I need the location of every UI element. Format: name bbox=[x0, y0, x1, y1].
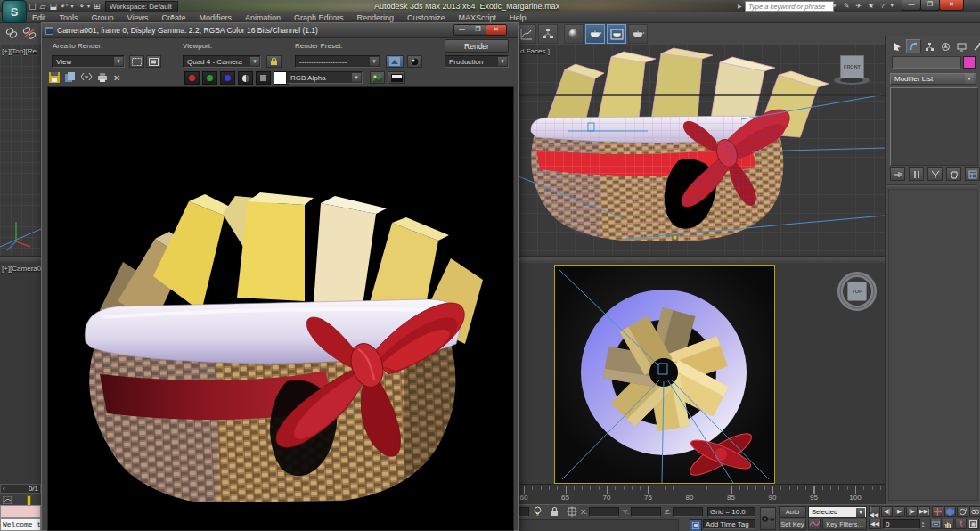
material-editor-button[interactable] bbox=[564, 24, 584, 44]
render-preset-dropdown[interactable]: --------------------▼ bbox=[295, 55, 380, 68]
selection-lock-icon[interactable] bbox=[550, 506, 559, 519]
blue-channel-button[interactable] bbox=[220, 71, 235, 85]
add-time-tag[interactable]: Add Time Tag bbox=[703, 519, 755, 529]
application-menu-button[interactable]: S bbox=[2, 0, 27, 23]
menu-tools[interactable]: Tools bbox=[60, 13, 78, 22]
show-end-result-button[interactable] bbox=[909, 167, 924, 181]
timeline-ruler[interactable]: 6065707580859095100 bbox=[519, 484, 885, 505]
selection-set-arrow-icon[interactable]: ▾ bbox=[856, 508, 865, 517]
new-scene-icon[interactable]: ▢ bbox=[29, 1, 37, 12]
viewport-dropdown[interactable]: Quad 4 - Camera▼ bbox=[183, 55, 261, 68]
pan-view-icon[interactable] bbox=[943, 519, 954, 529]
tab-motion[interactable] bbox=[938, 39, 953, 53]
undo-dropdown-icon[interactable]: ▾ bbox=[71, 1, 74, 12]
undo-icon[interactable]: ↶ bbox=[61, 1, 68, 12]
maximize-viewport-toggle-icon[interactable] bbox=[968, 519, 979, 529]
keyboard-shortcut-override-icon[interactable] bbox=[930, 519, 942, 529]
object-name-field[interactable] bbox=[892, 56, 961, 69]
menu-modifiers[interactable]: Modifiers bbox=[199, 13, 232, 22]
redo-icon[interactable]: ↷ bbox=[78, 1, 85, 12]
menu-rendering[interactable]: Rendering bbox=[357, 13, 395, 22]
tab-modify[interactable] bbox=[906, 39, 921, 53]
workspace-dropdown[interactable]: Workspace: Default ▾ bbox=[105, 1, 178, 12]
toggle-ui-button[interactable] bbox=[388, 71, 405, 84]
modifier-list-arrow-icon[interactable]: ▾ bbox=[965, 74, 974, 84]
viewport-top-left[interactable]: [+][Top][Re bbox=[0, 45, 41, 256]
subscription-icon[interactable]: ✎ bbox=[844, 2, 850, 10]
help-icon[interactable]: ? bbox=[880, 2, 884, 10]
auto-key-button[interactable]: Auto Key bbox=[779, 506, 806, 518]
render-setup-button[interactable] bbox=[585, 24, 605, 44]
auto-region-button[interactable] bbox=[146, 55, 161, 68]
green-channel-button[interactable] bbox=[202, 71, 217, 85]
viewport-camera-label[interactable]: [+][Camera00 bbox=[2, 265, 45, 273]
modifier-stack[interactable] bbox=[890, 87, 978, 166]
mode-dropdown-arrow-icon[interactable]: ▼ bbox=[498, 57, 507, 66]
macro-recorder-field[interactable] bbox=[0, 505, 41, 518]
rendered-image[interactable] bbox=[47, 86, 514, 531]
z-coord-field[interactable] bbox=[673, 507, 703, 517]
time-slider[interactable]: ‹ 0/1 bbox=[0, 484, 41, 494]
menu-maxscript[interactable]: MAXScript bbox=[459, 13, 497, 22]
rendered-frame-window-button[interactable] bbox=[607, 24, 626, 44]
menu-edit[interactable]: Edit bbox=[32, 13, 46, 22]
help-dropdown-icon[interactable]: ▾ bbox=[891, 2, 894, 10]
frame-spinner[interactable]: ▲▼ bbox=[921, 519, 927, 530]
schematic-view-button[interactable] bbox=[538, 24, 558, 44]
pin-stack-button[interactable] bbox=[890, 167, 905, 181]
favorites-star-icon[interactable]: ★ bbox=[868, 2, 874, 10]
clear-image-icon[interactable]: ✕ bbox=[113, 73, 120, 83]
viewcube-front[interactable]: FRONT bbox=[832, 52, 871, 89]
curve-editor-button[interactable] bbox=[517, 24, 536, 44]
clone-window-icon[interactable] bbox=[81, 72, 92, 83]
communication-center-icon[interactable]: ✈ bbox=[855, 2, 862, 10]
current-frame-field[interactable]: 0 bbox=[883, 519, 920, 529]
tab-create[interactable] bbox=[890, 39, 905, 53]
search-binoculars-icon[interactable]: ⚭ bbox=[831, 2, 837, 10]
viewport-camera-left[interactable]: [+][Camera00 bbox=[0, 262, 41, 484]
track-bar[interactable] bbox=[0, 494, 41, 506]
minimize-button[interactable]: — bbox=[902, 0, 921, 11]
walk-through-icon[interactable] bbox=[955, 519, 967, 529]
tab-utilities[interactable] bbox=[970, 39, 980, 53]
mini-curve-editor-icon[interactable] bbox=[3, 496, 12, 504]
viewport-dropdown-arrow-icon[interactable]: ▼ bbox=[250, 57, 259, 66]
menu-help[interactable]: Help bbox=[510, 13, 527, 22]
orbit-icon[interactable] bbox=[957, 506, 968, 517]
channel-dropdown-arrow-icon[interactable]: ▼ bbox=[352, 73, 361, 82]
close-button[interactable]: ✕ bbox=[939, 0, 964, 11]
tab-display[interactable] bbox=[954, 39, 969, 53]
search-expand-icon[interactable]: ▶ bbox=[738, 3, 742, 9]
go-to-end-button[interactable]: ▶▶| bbox=[919, 506, 930, 517]
menu-customize[interactable]: Customize bbox=[407, 13, 445, 22]
menu-animation[interactable]: Animation bbox=[245, 13, 281, 22]
tab-hierarchy[interactable] bbox=[922, 39, 937, 53]
save-image-icon[interactable] bbox=[49, 72, 60, 83]
rfw-close-button[interactable]: ✕ bbox=[486, 24, 507, 36]
configure-modifier-sets-button[interactable] bbox=[965, 167, 980, 181]
menu-graph-editors[interactable]: Graph Editors bbox=[294, 13, 344, 22]
project-folder-icon[interactable]: ⊞ bbox=[94, 1, 101, 12]
maxscript-listener[interactable]: Welcome to bbox=[0, 518, 41, 531]
unlink-selection-icon[interactable] bbox=[22, 26, 37, 42]
area-dropdown-arrow-icon[interactable]: ▼ bbox=[114, 57, 123, 66]
viewport-top[interactable]: TOP bbox=[519, 263, 885, 484]
alpha-channel-button[interactable] bbox=[238, 71, 253, 85]
viewport-lock-button[interactable] bbox=[266, 55, 282, 68]
isolate-selection-icon[interactable] bbox=[533, 506, 543, 519]
rfw-minimize-button[interactable]: — bbox=[453, 24, 470, 36]
rfw-maximize-button[interactable]: ❐ bbox=[470, 24, 486, 36]
y-coord-field[interactable] bbox=[631, 507, 661, 517]
viewport-front[interactable]: d Faces ] FRONT bbox=[519, 45, 885, 256]
viewport-front-label[interactable]: d Faces ] bbox=[520, 47, 550, 55]
modifier-list-dropdown[interactable]: Modifier List ▾ bbox=[890, 73, 976, 85]
play-button[interactable]: ▶ bbox=[894, 506, 905, 517]
go-to-start-button[interactable]: |◀◀ bbox=[869, 506, 880, 517]
zoom-extents-icon[interactable] bbox=[932, 506, 943, 517]
x-coord-field[interactable] bbox=[589, 507, 619, 517]
key-filters-button[interactable]: Key Filters... bbox=[822, 519, 867, 530]
selection-set-dropdown[interactable]: Selected ▾ bbox=[808, 506, 867, 518]
object-color-swatch[interactable] bbox=[963, 56, 976, 69]
make-unique-button[interactable] bbox=[927, 167, 943, 181]
next-frame-button[interactable]: |▶ bbox=[906, 506, 918, 517]
